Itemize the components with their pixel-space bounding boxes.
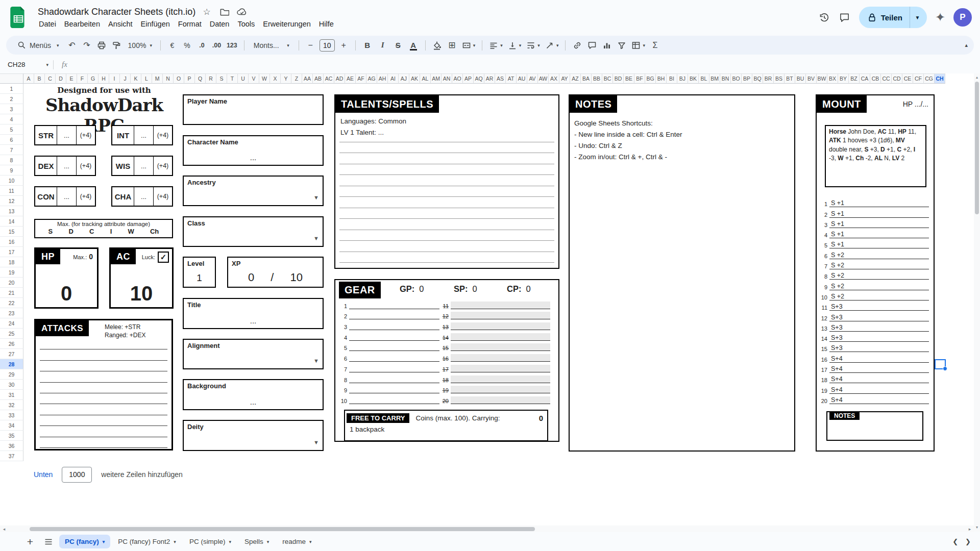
italic-button[interactable]: I xyxy=(376,38,390,53)
column-header-AQ[interactable]: AQ xyxy=(474,73,484,84)
gp-value[interactable]: 0 xyxy=(419,284,424,294)
mount-slot-line[interactable]: S +2 xyxy=(829,262,929,269)
mount-slot-line[interactable]: S+4 xyxy=(829,355,929,363)
row-header-13[interactable]: 13 xyxy=(0,206,23,216)
column-header-BA[interactable]: BA xyxy=(581,73,592,84)
mount-slot-row[interactable]: 14S+3 xyxy=(821,332,929,342)
chevron-down-icon[interactable]: ▾ xyxy=(229,539,231,544)
gear-slot-line[interactable] xyxy=(451,343,550,351)
talent-line[interactable] xyxy=(339,230,554,241)
talent-line[interactable] xyxy=(339,197,554,208)
column-header-BP[interactable]: BP xyxy=(742,73,752,84)
mount-notes-box[interactable]: NOTES xyxy=(826,411,923,441)
hide-toolbar-button[interactable]: ▴ xyxy=(965,42,968,48)
row-header-6[interactable]: 6 xyxy=(0,135,23,145)
increase-font-size-button[interactable]: + xyxy=(337,38,351,53)
dropdown-arrow-icon[interactable]: ▼ xyxy=(313,235,319,241)
dropdown-arrow-icon[interactable]: ▼ xyxy=(313,439,319,445)
paint-format-button[interactable] xyxy=(110,38,124,53)
column-header-AB[interactable]: AB xyxy=(313,73,324,84)
cp-value[interactable]: 0 xyxy=(526,284,530,294)
column-header-BI[interactable]: BI xyxy=(667,73,677,84)
menu-datei[interactable]: Datei xyxy=(35,19,60,29)
row-header-18[interactable]: 18 xyxy=(0,257,23,267)
stat-value-cell[interactable]: ... xyxy=(134,126,153,144)
talent-line[interactable] xyxy=(339,131,554,142)
scroll-to-bottom-link[interactable]: Unten xyxy=(34,470,53,479)
menu-format[interactable]: Format xyxy=(174,19,206,29)
insert-link-button[interactable] xyxy=(570,38,584,53)
column-header-O[interactable]: O xyxy=(174,73,184,84)
mount-slot-row[interactable]: 3S +1 xyxy=(821,218,929,228)
xp-current[interactable]: 0 xyxy=(248,271,254,284)
row-header-24[interactable]: 24 xyxy=(0,318,23,329)
mount-slot-row[interactable]: 16S+4 xyxy=(821,352,929,362)
row-header-4[interactable]: 4 xyxy=(0,114,23,124)
column-header-BC[interactable]: BC xyxy=(602,73,613,84)
talent-line[interactable] xyxy=(339,142,554,154)
scroll-right-icon[interactable]: ▸ xyxy=(966,527,974,532)
increase-decimals-button[interactable]: .00 xyxy=(210,38,224,53)
player-name-field[interactable]: Player Name xyxy=(183,94,324,125)
print-button[interactable] xyxy=(95,38,109,53)
scroll-down-icon[interactable]: ▾ xyxy=(974,523,980,531)
column-header-AW[interactable]: AW xyxy=(538,73,549,84)
insert-comment-button[interactable] xyxy=(585,38,599,53)
mount-slot-row[interactable]: 8S +2 xyxy=(821,269,929,280)
column-header-BB[interactable]: BB xyxy=(592,73,602,84)
gear-slot-row[interactable]: 12 xyxy=(440,309,550,320)
gear-slot-line[interactable] xyxy=(451,365,550,372)
column-header-AT[interactable]: AT xyxy=(506,73,517,84)
column-header-AJ[interactable]: AJ xyxy=(399,73,409,84)
name-box[interactable]: CH28 ▾ xyxy=(0,57,53,72)
row-header-34[interactable]: 34 xyxy=(0,420,23,431)
mount-slot-line[interactable]: S+3 xyxy=(829,314,929,321)
bold-button[interactable]: B xyxy=(360,38,375,53)
mount-slot-row[interactable]: 2S +1 xyxy=(821,207,929,217)
attack-line[interactable] xyxy=(40,383,167,393)
column-header-BD[interactable]: BD xyxy=(613,73,624,84)
column-header-AA[interactable]: AA xyxy=(302,73,313,84)
mount-slot-line[interactable]: S +1 xyxy=(829,210,929,218)
gear-slot-row[interactable]: 4 xyxy=(339,330,439,341)
menu-erweiterungen[interactable]: Erweiterungen xyxy=(259,19,315,29)
gear-slot-row[interactable]: 10 xyxy=(339,393,439,404)
mount-slot-row[interactable]: 6S +2 xyxy=(821,248,929,259)
menu-hilfe[interactable]: Hilfe xyxy=(315,19,338,29)
mount-slot-row[interactable]: 17S+4 xyxy=(821,363,929,373)
column-header-Y[interactable]: Y xyxy=(281,73,291,84)
column-header-Q[interactable]: Q xyxy=(195,73,206,84)
document-title[interactable]: Shadowdark Character Sheets (itch.io) xyxy=(38,7,195,17)
column-header-AX[interactable]: AX xyxy=(549,73,559,84)
column-header-V[interactable]: V xyxy=(249,73,259,84)
gear-slot-line[interactable] xyxy=(349,312,439,319)
gear-slot-row[interactable]: 15 xyxy=(440,341,550,352)
row-header-37[interactable]: 37 xyxy=(0,451,23,461)
gear-slot-row[interactable]: 8 xyxy=(339,372,439,383)
gear-slot-row[interactable]: 20 xyxy=(440,393,550,404)
font-size-input[interactable]: 10 xyxy=(320,39,335,52)
column-header-BF[interactable]: BF xyxy=(634,73,645,84)
column-header-BQ[interactable]: BQ xyxy=(752,73,763,84)
mount-slot-row[interactable]: 20S+4 xyxy=(821,394,929,404)
column-header-CB[interactable]: CB xyxy=(870,73,881,84)
version-history-icon[interactable] xyxy=(818,11,830,23)
gear-slot-line[interactable] xyxy=(349,354,439,362)
gear-slot-line[interactable] xyxy=(349,375,439,383)
menu-daten[interactable]: Daten xyxy=(206,19,234,29)
column-header-H[interactable]: H xyxy=(99,73,109,84)
attack-line[interactable] xyxy=(40,361,167,371)
row-header-5[interactable]: 5 xyxy=(0,124,23,135)
zoom-select[interactable]: 100% ▾ xyxy=(125,38,156,53)
row-header-27[interactable]: 27 xyxy=(0,349,23,359)
row-header-36[interactable]: 36 xyxy=(0,441,23,451)
gear-slot-line[interactable] xyxy=(451,302,550,309)
mount-slot-row[interactable]: 12S+3 xyxy=(821,311,929,321)
account-avatar[interactable]: P xyxy=(953,8,972,27)
xp-field[interactable]: XP 0 / 10 xyxy=(227,257,324,288)
column-header-D[interactable]: D xyxy=(56,73,66,84)
ancestry-field[interactable]: Ancestry ▼ xyxy=(183,176,324,206)
scroll-up-icon[interactable]: ▴ xyxy=(974,73,980,81)
row-header-12[interactable]: 12 xyxy=(0,196,23,206)
column-header-C[interactable]: C xyxy=(45,73,56,84)
